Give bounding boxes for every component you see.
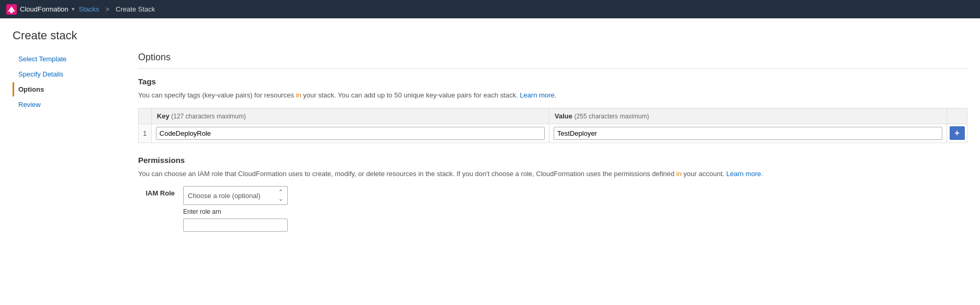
page-wrapper: Create stack Select Template Specify Det… [0,18,980,305]
add-row-cell: + [947,124,967,143]
sidebar-item-specify-details[interactable]: Specify Details [13,67,109,81]
add-tag-button[interactable]: + [950,126,965,140]
select-arrow-icon: ⌃⌄ [278,189,283,202]
iam-role-select[interactable]: Choose a role (optional) ⌃⌄ [183,186,288,205]
create-stack-breadcrumb: Create Stack [116,5,155,13]
col-value-sub: (255 characters maximum) [575,113,649,120]
tags-table: Key (127 characters maximum) Value (255 … [138,108,967,143]
permissions-section: Permissions You can choose an IAM role t… [138,156,967,232]
breadcrumb-separator: > [106,5,110,13]
permissions-learn-more-link[interactable]: Learn more. [726,170,763,178]
options-section-title: Options [138,52,967,69]
permissions-description: You can choose an IAM role that CloudFor… [138,169,967,179]
cloudformation-icon [6,4,17,15]
svg-rect-2 [10,12,13,13]
sidebar-item-select-template[interactable]: Select Template [13,52,109,66]
tags-desc-part2: your stack. You can add up to 50 unique … [301,91,520,99]
col-header-key: Key (127 characters maximum) [151,108,549,124]
tags-desc-highlight: in [296,91,301,99]
top-nav: CloudFormation ▾ Stacks > Create Stack [0,0,980,18]
permissions-subtitle: Permissions [138,156,967,165]
iam-role-controls: Choose a role (optional) ⌃⌄ Enter role a… [183,186,288,232]
sidebar-item-review[interactable]: Review [13,97,109,112]
tags-desc-part1: You can specify tags (key-value pairs) f… [138,91,296,99]
tags-subtitle: Tags [138,77,967,86]
page-title: Create stack [13,29,967,42]
iam-role-row: IAM Role Choose a role (optional) ⌃⌄ Ent… [138,186,967,232]
stacks-breadcrumb-link[interactable]: Stacks [79,5,99,13]
tags-section: Tags You can specify tags (key-value pai… [138,77,967,143]
tags-description: You can specify tags (key-value pairs) f… [138,90,967,101]
role-arn-label: Enter role arn [183,208,288,215]
nav-chevron-icon: ▾ [72,6,75,13]
cloudformation-logo[interactable]: CloudFormation ▾ [6,4,75,15]
value-input[interactable] [554,127,942,140]
main-layout: Select Template Specify Details Options … [13,52,967,232]
iam-role-placeholder: Choose a role (optional) [188,192,261,200]
role-arn-input[interactable] [183,219,288,232]
col-header-action [947,108,967,124]
sidebar: Select Template Specify Details Options … [13,52,117,232]
row-number: 1 [139,124,152,143]
col-header-value: Value (255 characters maximum) [549,108,947,124]
tags-learn-more-link[interactable]: Learn more. [520,91,556,99]
perms-desc-part2: your account. [682,170,726,178]
value-cell [549,124,947,143]
col-key-sub: (127 characters maximum) [171,113,246,120]
perms-desc-highlight: in [677,170,682,178]
table-row: 1 + [139,124,967,143]
content-area: Options Tags You can specify tags (key-v… [117,52,967,232]
iam-role-label: IAM Role [138,186,175,197]
perms-desc-part1: You can choose an IAM role that CloudFor… [138,170,677,178]
sidebar-item-options: Options [13,82,109,96]
service-name: CloudFormation [20,5,69,13]
col-header-num [139,108,152,124]
key-input[interactable] [156,127,545,140]
key-cell [151,124,549,143]
